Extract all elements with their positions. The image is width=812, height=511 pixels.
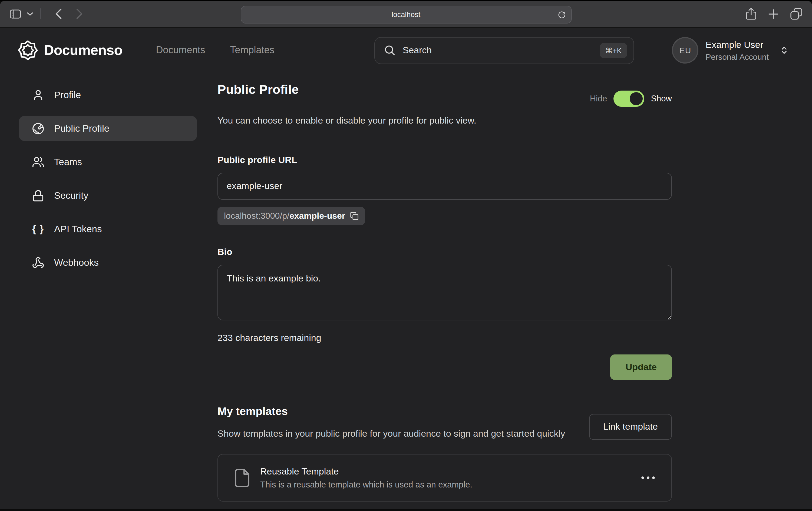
sidebar-item-label: Profile bbox=[54, 89, 81, 100]
address-bar-url: localhost bbox=[392, 10, 420, 19]
templates-title: My templates bbox=[218, 405, 565, 418]
profile-visibility-toggle[interactable] bbox=[613, 91, 644, 107]
address-bar[interactable]: localhost bbox=[240, 6, 572, 24]
app-header: Documenso Documents Templates Search ⌘+K… bbox=[0, 28, 812, 73]
chevron-down-icon[interactable] bbox=[27, 12, 33, 16]
sidebar-item-public-profile[interactable]: Public Profile bbox=[19, 116, 197, 141]
webhook-icon bbox=[32, 256, 45, 269]
user-icon bbox=[32, 89, 45, 101]
user-name: Example User bbox=[706, 39, 769, 50]
file-icon bbox=[234, 469, 250, 487]
toggle-hide-label: Hide bbox=[590, 94, 607, 103]
template-card[interactable]: Reusable Template This is a reusable tem… bbox=[218, 454, 672, 502]
bio-field-label: Bio bbox=[218, 247, 672, 258]
brand[interactable]: Documenso bbox=[18, 40, 122, 60]
sidebar-item-label: Teams bbox=[54, 156, 82, 168]
sidebar-item-teams[interactable]: Teams bbox=[19, 150, 197, 174]
sidebar-panel-icon[interactable] bbox=[10, 9, 21, 19]
page-description: You can choose to enable or disable your… bbox=[218, 116, 672, 126]
user-text: Example User Personal Account bbox=[706, 39, 769, 61]
tab-overview-icon[interactable] bbox=[790, 8, 802, 20]
sidebar-item-profile[interactable]: Profile bbox=[19, 83, 197, 107]
reload-icon[interactable] bbox=[557, 10, 566, 19]
sidebar-item-label: API Tokens bbox=[54, 223, 102, 235]
update-button[interactable]: Update bbox=[610, 355, 672, 380]
bio-textarea[interactable]: This is an example bio. bbox=[218, 265, 672, 321]
profile-link-slug: example-user bbox=[289, 211, 345, 221]
sidebar-item-label: Public Profile bbox=[54, 123, 109, 134]
users-icon bbox=[32, 156, 45, 168]
url-field-label: Public profile URL bbox=[218, 155, 672, 166]
avatar: EU bbox=[672, 37, 699, 63]
lock-icon bbox=[32, 189, 45, 202]
new-tab-icon[interactable] bbox=[768, 9, 779, 19]
visibility-toggle-row: Hide Show bbox=[590, 91, 672, 107]
template-description: This is a reusable template which is use… bbox=[260, 480, 472, 490]
app-window: Documenso Documents Templates Search ⌘+K… bbox=[0, 28, 812, 509]
sidebar-item-webhooks[interactable]: Webhooks bbox=[19, 250, 197, 275]
settings-sidebar: Profile Public Profile Teams bbox=[19, 83, 197, 502]
search-shortcut-badge: ⌘+K bbox=[600, 43, 627, 58]
profile-link-prefix: localhost:3000/p/ bbox=[224, 211, 289, 221]
templates-header-text: My templates Show templates in your publ… bbox=[218, 405, 565, 441]
toolbar-divider bbox=[40, 8, 40, 19]
main-content: Public Profile Hide Show You can choose … bbox=[218, 83, 672, 502]
copy-icon[interactable] bbox=[350, 212, 359, 220]
brand-name: Documenso bbox=[44, 42, 122, 59]
page-title: Public Profile bbox=[218, 83, 299, 97]
documenso-logo-icon bbox=[18, 40, 38, 60]
user-menu[interactable]: EU Example User Personal Account bbox=[672, 37, 789, 63]
search-icon bbox=[384, 44, 396, 56]
share-icon[interactable] bbox=[746, 7, 756, 20]
section-divider bbox=[218, 140, 672, 140]
search-placeholder: Search bbox=[403, 45, 593, 56]
search-bar[interactable]: Search ⌘+K bbox=[375, 37, 634, 64]
template-menu-button[interactable] bbox=[641, 476, 655, 480]
sidebar-item-label: Security bbox=[54, 190, 88, 201]
sidebar-item-api-tokens[interactable]: { } API Tokens bbox=[19, 216, 197, 241]
sidebar-item-security[interactable]: Security bbox=[19, 183, 197, 208]
profile-url-input[interactable] bbox=[218, 173, 672, 200]
toggle-show-label: Show bbox=[651, 94, 672, 103]
profile-link-badge[interactable]: localhost:3000/p/example-user bbox=[218, 207, 365, 225]
templates-description: Show templates in your public profile fo… bbox=[218, 427, 565, 441]
template-name: Reusable Template bbox=[260, 467, 472, 477]
braces-icon: { } bbox=[32, 223, 45, 235]
globe-icon bbox=[32, 122, 45, 134]
back-icon[interactable] bbox=[55, 8, 62, 19]
avatar-initials: EU bbox=[679, 46, 691, 55]
forward-icon[interactable] bbox=[76, 8, 83, 19]
nav-documents[interactable]: Documents bbox=[156, 44, 205, 56]
main-nav: Documents Templates bbox=[156, 44, 274, 56]
sidebar-item-label: Webhooks bbox=[54, 257, 99, 268]
nav-templates[interactable]: Templates bbox=[230, 44, 274, 56]
link-template-button[interactable]: Link template bbox=[589, 414, 672, 440]
browser-toolbar: localhost bbox=[0, 1, 812, 28]
toggle-knob bbox=[630, 92, 643, 105]
user-account-type: Personal Account bbox=[706, 52, 769, 61]
characters-remaining: 233 characters remaining bbox=[218, 333, 672, 343]
screen: localhost bbox=[0, 1, 812, 511]
chevrons-up-down-icon bbox=[780, 46, 789, 55]
